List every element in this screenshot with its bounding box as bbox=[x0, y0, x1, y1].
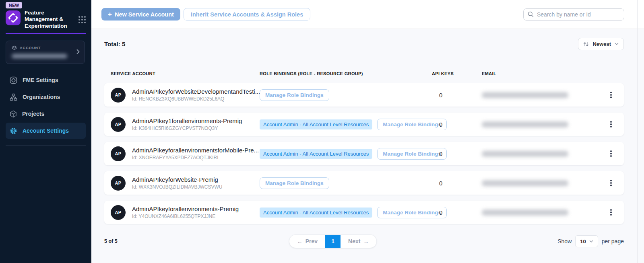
col-service-account: SERVICE ACCOUNT bbox=[104, 71, 260, 76]
sidebar-item-label: FME Settings bbox=[23, 77, 58, 83]
sidebar-divider bbox=[6, 145, 86, 146]
col-api-keys: API KEYS bbox=[432, 71, 482, 76]
account-name-redacted bbox=[12, 54, 67, 58]
arrow-left-icon: ← bbox=[297, 238, 303, 245]
service-account-list: AP AdminAPIkeyforWebsiteDevelopmentandTe… bbox=[104, 83, 624, 224]
brand-header: NEW Feature Management & Experimentation bbox=[0, 0, 91, 29]
fme-settings-icon bbox=[10, 76, 17, 84]
service-account-name: AdminAPIkey1forallenvironments-Premig bbox=[132, 117, 242, 124]
chevron-down-icon bbox=[589, 240, 593, 243]
kebab-icon bbox=[609, 208, 613, 217]
sidebar-item-fme-settings[interactable]: FME Settings bbox=[6, 72, 86, 88]
toolbar: + New Service Account Inherit Service Ac… bbox=[91, 0, 644, 29]
app-title: Feature Management & Experimentation bbox=[25, 10, 70, 29]
service-account-row: AP AdminAPIkeyforallenvironmentsforMobil… bbox=[104, 142, 624, 165]
service-account-row: AP AdminAPIkey1forallenvironments-Premig… bbox=[104, 113, 624, 136]
email-redacted bbox=[482, 180, 568, 186]
col-email: EMAIL bbox=[482, 71, 598, 76]
layers-icon bbox=[12, 45, 17, 50]
email-redacted bbox=[482, 121, 568, 127]
org-chart-icon bbox=[10, 93, 17, 101]
fme-logo-icon bbox=[6, 10, 21, 25]
sidebar-item-projects[interactable]: Projects bbox=[6, 106, 86, 122]
row-menu-button[interactable] bbox=[598, 208, 624, 217]
current-page-button[interactable]: 1 bbox=[325, 235, 341, 248]
new-badge: NEW bbox=[6, 2, 22, 8]
service-account-row: AP AdminAPIkeyforWebsiteDevelopmentandTe… bbox=[104, 83, 624, 107]
next-page-button[interactable]: Next → bbox=[341, 235, 376, 248]
api-keys-count: 0 bbox=[432, 121, 482, 128]
chevron-right-icon bbox=[76, 49, 80, 56]
total-count: Total: 5 bbox=[104, 41, 125, 47]
cube-icon bbox=[10, 110, 17, 118]
avatar: AP bbox=[111, 146, 126, 161]
sort-arrows-icon bbox=[583, 41, 589, 47]
email-redacted bbox=[482, 210, 568, 216]
sidebar-item-label: Organizations bbox=[23, 94, 60, 100]
api-keys-count: 0 bbox=[432, 209, 482, 216]
kebab-icon bbox=[609, 90, 613, 100]
role-badge: Account Admin - All Account Level Resour… bbox=[260, 149, 372, 159]
service-account-id: Id: WXK3NVOJBQZILIDMAVBJWCSVWU bbox=[132, 184, 222, 190]
manage-role-bindings-button[interactable]: Manage Role Bindings bbox=[260, 89, 329, 101]
service-account-name: AdminAPIkeyforallenvironmentsforMobile-P… bbox=[132, 147, 259, 154]
sidebar-item-label: Projects bbox=[22, 111, 44, 117]
arrow-right-icon: → bbox=[363, 238, 369, 245]
avatar: AP bbox=[111, 88, 126, 103]
service-account-id: Id: RENCKBZ3XQ6UBBWWEDKD25L6AQ bbox=[132, 96, 260, 102]
main-area: + New Service Account Inherit Service Ac… bbox=[91, 0, 644, 263]
email-redacted bbox=[482, 151, 568, 157]
row-menu-button[interactable] bbox=[598, 149, 624, 158]
table-header: SERVICE ACCOUNT ROLE BINDINGS (ROLE - RE… bbox=[104, 71, 624, 76]
kebab-icon bbox=[609, 178, 613, 188]
sidebar-item-account-settings[interactable]: Account Settings bbox=[6, 123, 86, 139]
app-grid-icon[interactable] bbox=[78, 16, 86, 23]
service-account-name: AdminAPIkeyforWebsite-Premig bbox=[132, 176, 222, 183]
page-size-dropdown[interactable]: 10 bbox=[575, 235, 598, 247]
manage-role-bindings-button[interactable]: Manage Role Bindings bbox=[260, 177, 329, 189]
page-size-control: Show 10 per page bbox=[557, 235, 624, 247]
api-keys-count: 0 bbox=[432, 150, 482, 157]
content: Total: 5 Newest SERVICE ACCOUNT ROLE BIN… bbox=[91, 29, 644, 263]
api-keys-count: 0 bbox=[432, 180, 482, 187]
search-icon bbox=[528, 11, 534, 17]
role-badge: Account Admin - All Account Level Resour… bbox=[260, 208, 372, 218]
search-input[interactable] bbox=[537, 11, 620, 18]
sidebar-item-label: Account Settings bbox=[23, 127, 69, 134]
sort-dropdown[interactable]: Newest bbox=[578, 38, 624, 50]
row-menu-button[interactable] bbox=[598, 178, 624, 188]
page-count-label: 5 of 5 bbox=[104, 238, 177, 244]
per-page-label: per page bbox=[602, 238, 624, 245]
pagination: ← Prev 1 Next → bbox=[289, 234, 377, 248]
role-badge: Account Admin - All Account Level Resour… bbox=[260, 119, 372, 129]
sidebar: NEW Feature Management & Experimentation bbox=[0, 0, 91, 263]
api-keys-count: 0 bbox=[432, 92, 482, 99]
account-selector[interactable]: ACCOUNT bbox=[6, 41, 85, 64]
inherit-service-accounts-button[interactable]: Inherit Service Accounts & Assign Roles bbox=[184, 8, 310, 21]
service-account-id: Id: XNOERAFYYA5XPDEZ7AOQTJKIRI bbox=[132, 155, 259, 160]
footer: 5 of 5 ← Prev 1 Next → Show 10 bbox=[104, 234, 624, 248]
brand-accent-divider bbox=[6, 33, 86, 34]
kebab-icon bbox=[609, 149, 613, 158]
show-label: Show bbox=[557, 238, 572, 245]
sidebar-item-organizations[interactable]: Organizations bbox=[6, 89, 86, 105]
chevron-down-icon bbox=[615, 43, 619, 45]
avatar: AP bbox=[111, 117, 126, 132]
sidebar-nav: FME Settings Organizations Projects bbox=[0, 72, 91, 139]
col-role-bindings: ROLE BINDINGS (ROLE - RESOURCE GROUP) bbox=[260, 71, 432, 76]
new-service-account-button[interactable]: + New Service Account bbox=[101, 8, 180, 21]
service-account-name: AdminAPIkeyforallenvironments-Premig bbox=[132, 205, 239, 212]
email-redacted bbox=[482, 92, 568, 98]
service-account-id: Id: Y4OUNXZ46A6IBL6255QTPXJJNE bbox=[132, 214, 239, 219]
plus-icon: + bbox=[108, 11, 112, 18]
avatar: AP bbox=[111, 205, 126, 220]
service-account-row: AP AdminAPIkeyforWebsite-Premig Id: WXK3… bbox=[104, 171, 624, 195]
service-account-row: AP AdminAPIkeyforallenvironments-Premig … bbox=[104, 201, 624, 224]
search-box[interactable] bbox=[523, 8, 624, 21]
account-label: ACCOUNT bbox=[20, 46, 41, 50]
row-menu-button[interactable] bbox=[598, 90, 624, 100]
kebab-icon bbox=[609, 119, 613, 129]
row-menu-button[interactable] bbox=[598, 119, 624, 129]
prev-page-button[interactable]: ← Prev bbox=[289, 235, 325, 248]
service-account-id: Id: K364HIC5RI6GZGYCPVST7NOQ3Y bbox=[132, 125, 242, 131]
